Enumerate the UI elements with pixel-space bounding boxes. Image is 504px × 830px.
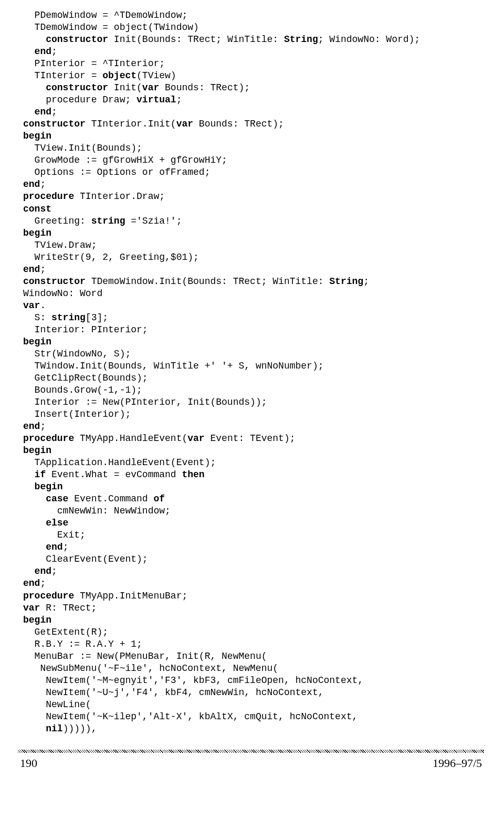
code-line: NewSubMenu('~F~ile', hcNoContext, NewMen…	[23, 663, 278, 674]
code-line: begin	[23, 228, 51, 238]
code-line: end;	[23, 264, 46, 275]
code-line: begin	[23, 445, 51, 456]
page-footer: 190 1996–97/5	[18, 756, 484, 771]
code-line: end;	[23, 421, 46, 432]
code-line: constructor TDemoWindow.Init(Bounds: TRe…	[23, 276, 369, 287]
code-line: NewItem('~M~egnyit','F3', kbF3, cmFileOp…	[23, 675, 363, 686]
page-number: 190	[20, 756, 37, 771]
code-line: var.	[23, 300, 46, 311]
code-line: end;	[23, 542, 68, 552]
code-line: if Event.What = evCommand then	[23, 469, 205, 480]
code-line: constructor Init(var Bounds: TRect);	[23, 82, 250, 93]
code-line: end;	[23, 566, 57, 576]
code-line: TView.Init(Bounds);	[23, 143, 142, 153]
issue-number: 1996–97/5	[433, 756, 482, 771]
separator-rule	[18, 750, 484, 753]
code-line: Options := Options or ofFramed;	[23, 167, 210, 177]
code-line: NewItem('~U~j','F4', kbF4, cmNewWin, hcN…	[23, 687, 324, 698]
code-line: end;	[23, 46, 57, 57]
code-line: end;	[23, 179, 46, 190]
code-listing: PDemoWindow = ^TDemoWindow; TDemoWindow …	[23, 9, 484, 735]
code-line: case Event.Command of	[23, 493, 165, 504]
code-line: TInterior = object(TView)	[23, 70, 176, 81]
code-line: TDemoWindow = object(TWindow)	[23, 22, 199, 33]
code-line: Interior: PInterior;	[23, 324, 148, 335]
code-line: procedure Draw; virtual;	[23, 94, 182, 105]
code-line: R.B.Y := R.A.Y + 1;	[23, 639, 142, 649]
code-line: constructor Init(Bounds: TRect; WinTitle…	[23, 34, 420, 45]
code-line: ClearEvent(Event);	[23, 554, 148, 564]
code-line: nil))))),	[23, 723, 97, 734]
code-line: TView.Draw;	[23, 240, 97, 250]
code-line: procedure TInterior.Draw;	[23, 191, 165, 202]
code-line: PDemoWindow = ^TDemoWindow;	[23, 10, 187, 20]
code-line: Greeting: string ='Szia!';	[23, 216, 182, 226]
code-line: end;	[23, 107, 57, 117]
code-line: procedure TMyApp.HandleEvent(var Event: …	[23, 433, 296, 444]
code-line: constructor TInterior.Init(var Bounds: T…	[23, 119, 284, 129]
code-line: S: string[3];	[23, 312, 108, 323]
code-line: GetExtent(R);	[23, 627, 108, 637]
code-line: GrowMode := gfGrowHiX + gfGrowHiY;	[23, 155, 227, 165]
code-line: const	[23, 204, 51, 214]
code-line: cmNewWin: NewWindow;	[23, 506, 171, 516]
code-line: GetClipRect(Bounds);	[23, 373, 148, 383]
code-line: begin	[23, 615, 51, 625]
code-line: var R: TRect;	[23, 603, 97, 613]
code-line: Bounds.Grow(-1,-1);	[23, 385, 142, 395]
code-line: Exit;	[23, 530, 86, 540]
code-line: NewItem('~K~ilep','Alt-X', kbAltX, cmQui…	[23, 711, 358, 722]
code-line: Insert(Interior);	[23, 409, 131, 419]
code-line: MenuBar := New(PMenuBar, Init(R, NewMenu…	[23, 651, 267, 661]
code-line: Interior := New(PInterior, Init(Bounds))…	[23, 397, 267, 407]
code-line: procedure TMyApp.InitMenuBar;	[23, 591, 187, 601]
code-line: WriteStr(9, 2, Greeting,$01);	[23, 252, 199, 262]
code-line: WindowNo: Word	[23, 288, 102, 299]
code-line: Str(WindowNo, S);	[23, 349, 131, 359]
code-line: begin	[23, 337, 51, 347]
code-line: begin	[23, 131, 51, 141]
code-line: TApplication.HandleEvent(Event);	[23, 457, 216, 468]
code-line: begin	[23, 481, 63, 492]
code-line: TWindow.Init(Bounds, WinTitle +' '+ S, w…	[23, 361, 324, 371]
code-line: PInterior = ^TInterior;	[23, 58, 165, 69]
code-line: NewLine(	[23, 699, 91, 710]
code-line: else	[23, 518, 68, 528]
page: PDemoWindow = ^TDemoWindow; TDemoWindow …	[0, 0, 504, 830]
code-line: end;	[23, 578, 46, 589]
